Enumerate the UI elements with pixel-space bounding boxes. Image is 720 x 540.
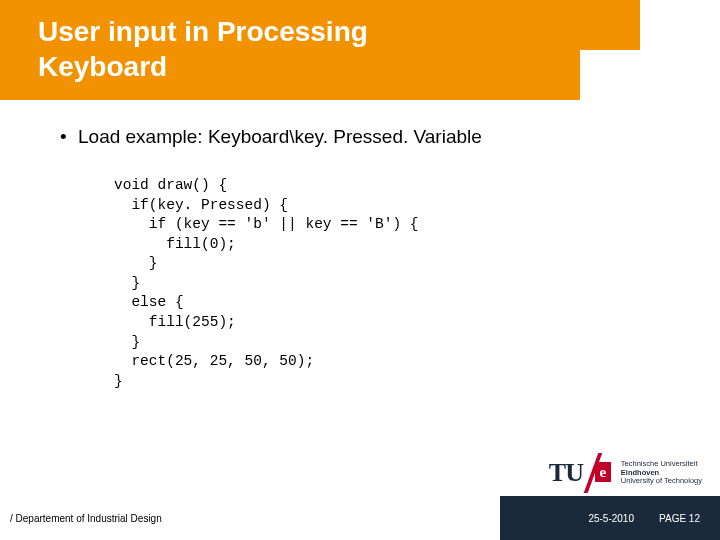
logo-e: e — [595, 462, 611, 482]
logo-line3: University of Technology — [621, 476, 702, 485]
slide-title: User input in Processing Keyboard — [38, 14, 368, 84]
code-block: void draw() { if(key. Pressed) { if (key… — [114, 176, 680, 391]
footer-dept: / Departement of Industrial Design — [10, 513, 162, 524]
title-tab — [580, 0, 640, 50]
title-line2: Keyboard — [38, 51, 167, 82]
tue-logo: TU e Technische Universiteit Eindhoven U… — [549, 456, 702, 490]
title-band: User input in Processing Keyboard — [0, 0, 720, 100]
footer-date: 25-5-2010 — [588, 513, 634, 524]
title-line1: User input in Processing — [38, 16, 368, 47]
bullet-item: •Load example: Keyboard\key. Pressed. Va… — [60, 126, 680, 148]
bullet-dot: • — [60, 126, 78, 148]
logo-line1: Technische Universiteit — [621, 459, 698, 468]
logo-tu: TU — [549, 458, 583, 488]
footer-page: PAGE 12 — [659, 513, 700, 524]
footer: TU e Technische Universiteit Eindhoven U… — [0, 460, 720, 540]
logo-mark: TU e — [549, 456, 613, 490]
logo-text: Technische Universiteit Eindhoven Univer… — [621, 460, 702, 486]
slide: { "title": { "line1": "User input in Pro… — [0, 0, 720, 540]
bullet-text: Load example: Keyboard\key. Pressed. Var… — [78, 126, 482, 147]
slide-body: •Load example: Keyboard\key. Pressed. Va… — [60, 126, 680, 391]
